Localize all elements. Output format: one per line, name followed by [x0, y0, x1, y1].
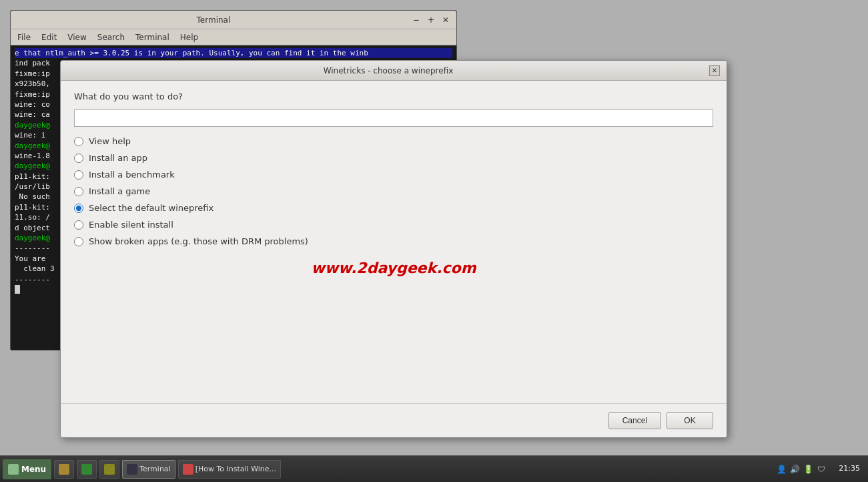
radio-view-help[interactable]: View help — [74, 136, 713, 146]
tray-volume-icon[interactable]: 🔊 — [789, 464, 800, 475]
radio-show-broken-label: Show broken apps (e.g. those with DRM pr… — [89, 236, 308, 246]
watermark-text: www.2daygeek.com — [311, 260, 476, 276]
radio-install-game-input[interactable] — [74, 187, 83, 196]
terminal-line: e that ntlm_auth >= 3.0.25 is in your pa… — [15, 48, 452, 58]
menu-file[interactable]: File — [13, 31, 35, 43]
radio-enable-silent-label: Enable silent install — [89, 220, 173, 230]
radio-install-app[interactable]: Install an app — [74, 153, 713, 163]
radio-install-app-input[interactable] — [74, 154, 83, 163]
menu-help[interactable]: Help — [176, 31, 202, 43]
taskbar-wine-button[interactable]: [How To Install Wine... — [178, 460, 281, 479]
browser-icon — [81, 464, 92, 475]
radio-install-benchmark-label: Install a benchmark — [89, 170, 175, 180]
dialog-close-button[interactable]: ✕ — [709, 65, 720, 76]
taskbar-quicklaunch-files[interactable] — [54, 460, 74, 479]
radio-select-default[interactable]: Select the default wineprefix — [74, 203, 713, 213]
taskbar-quicklaunch-browser[interactable] — [77, 460, 97, 479]
dialog-content: What do you want to do? View help Instal… — [61, 81, 727, 403]
dialog-question: What do you want to do? — [74, 91, 713, 101]
radio-view-help-input[interactable] — [74, 137, 83, 146]
taskbar-menu-label: Menu — [21, 465, 46, 474]
menu-edit[interactable]: Edit — [37, 31, 61, 43]
radio-show-broken[interactable]: Show broken apps (e.g. those with DRM pr… — [74, 236, 713, 246]
radio-install-benchmark[interactable]: Install a benchmark — [74, 170, 713, 180]
maximize-button[interactable]: + — [426, 15, 436, 25]
taskbar-terminal-button[interactable]: Terminal — [122, 460, 175, 479]
taskbar-quicklaunch-folder[interactable] — [99, 460, 119, 479]
dialog-title: Winetricks - choose a wineprefix — [67, 66, 709, 75]
tray-battery-icon[interactable]: 🔋 — [803, 464, 813, 475]
folder-icon — [104, 464, 115, 475]
ok-button[interactable]: OK — [667, 412, 713, 429]
cancel-button[interactable]: Cancel — [608, 412, 661, 429]
taskbar-terminal-label: Terminal — [139, 465, 171, 473]
taskbar-menu-button[interactable]: Menu — [3, 459, 51, 479]
radio-install-game-label: Install a game — [89, 186, 150, 196]
radio-select-default-label: Select the default wineprefix — [89, 203, 213, 213]
radio-install-game[interactable]: Install a game — [74, 186, 713, 196]
radio-group: View help Install an app Install a bench… — [74, 136, 713, 246]
terminal-title: Terminal — [16, 15, 411, 25]
taskbar: Menu Terminal [How To Install Wine... 👤 … — [0, 455, 868, 482]
radio-select-default-input[interactable] — [74, 204, 83, 213]
dialog-spacer — [74, 296, 713, 390]
menu-terminal[interactable]: Terminal — [131, 31, 173, 43]
taskbar-wine-label: [How To Install Wine... — [195, 465, 276, 473]
radio-enable-silent[interactable]: Enable silent install — [74, 220, 713, 230]
tray-user-icon[interactable]: 👤 — [776, 464, 787, 475]
dialog-titlebar: Winetricks - choose a wineprefix ✕ — [61, 61, 727, 81]
files-icon — [59, 464, 69, 475]
terminal-menubar: File Edit View Search Terminal Help — [11, 29, 456, 45]
winetricks-dialog: Winetricks - choose a wineprefix ✕ What … — [60, 60, 727, 438]
search-input[interactable] — [74, 109, 713, 127]
menu-icon — [8, 464, 19, 475]
taskbar-clock: 21:35 — [833, 464, 865, 473]
tray-security-icon[interactable]: 🛡 — [816, 464, 827, 475]
menu-search[interactable]: Search — [93, 31, 129, 43]
terminal-window-controls: − + ✕ — [411, 15, 451, 25]
menu-view[interactable]: View — [63, 31, 90, 43]
radio-view-help-label: View help — [89, 136, 131, 146]
radio-enable-silent-input[interactable] — [74, 220, 83, 230]
watermark: www.2daygeek.com — [74, 260, 713, 276]
close-button[interactable]: ✕ — [440, 15, 451, 25]
radio-install-benchmark-input[interactable] — [74, 170, 83, 180]
radio-install-app-label: Install an app — [89, 153, 147, 163]
system-tray: 👤 🔊 🔋 🛡 — [772, 464, 831, 475]
minimize-button[interactable]: − — [411, 15, 422, 25]
terminal-titlebar: Terminal − + ✕ — [11, 11, 456, 29]
terminal-icon — [127, 464, 137, 475]
dialog-buttons: Cancel OK — [61, 403, 727, 437]
wine-icon — [183, 464, 193, 475]
radio-show-broken-input[interactable] — [74, 237, 83, 246]
